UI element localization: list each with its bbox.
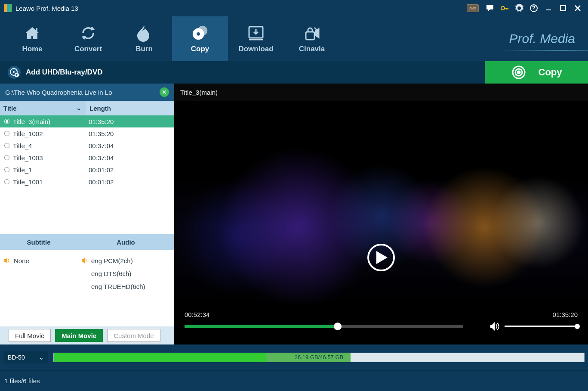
audio-col-header: Audio [77,234,174,250]
title-row[interactable]: Title_100300:37:04 [0,152,174,164]
feedback-icon[interactable] [484,2,496,14]
close-button[interactable] [572,2,584,14]
subtitle-col-header: Subtitle [0,234,77,250]
add-media-button[interactable]: Add UHD/Blu-ray/DVD [0,61,485,84]
nav-label: Cinavia [299,45,325,53]
audio-track[interactable]: eng TRUEHD(6ch) [81,280,174,293]
title-row[interactable]: Title_100:01:02 [0,164,174,176]
key-icon[interactable] [499,2,511,14]
nav-label: Copy [191,45,209,53]
speaker-icon [3,257,11,264]
title-table-header: Title ⌄ Length [0,101,174,115]
radio-icon [4,119,9,124]
title-list: Title_3(main)01:35:20Title_100201:35:20T… [0,115,174,188]
title-name: Title_1 [13,166,89,174]
remove-source-button[interactable]: ✕ [160,87,169,97]
speaker-icon [81,257,89,264]
time-current: 00:52:34 [185,311,209,318]
size-bar: 26.19 GB/46.57 GB [53,353,585,362]
title-name: Title_1002 [13,130,89,137]
nav-download[interactable]: Download [228,16,284,61]
side-panel: G:\The Who Quadrophenia Live in Lo ✕ Tit… [0,84,174,344]
col-length-header[interactable]: Length [86,101,174,115]
time-total: 01:35:20 [553,311,578,318]
radio-icon [4,167,9,172]
nav-cinavia[interactable]: Cinavia [284,16,340,61]
title-name: Title_1001 [13,178,89,186]
volume-icon[interactable] [489,321,500,332]
bottom-bar: BD-50 ⌄ 26.19 GB/46.57 GB [0,344,588,370]
maximize-button[interactable] [557,2,569,14]
seek-handle[interactable] [334,323,342,330]
mode-full-button[interactable]: Full Movie [9,329,51,342]
title-name: Title_1003 [13,154,89,161]
convert-icon [79,24,97,42]
add-disc-icon [8,66,21,79]
title-length: 01:35:20 [89,118,114,125]
video-frame [174,101,588,311]
svg-point-0 [501,6,505,10]
gear-icon[interactable] [513,2,525,14]
title-name: Title_3(main) [13,118,89,125]
title-length: 00:01:02 [89,166,114,174]
toolbar: Add UHD/Blu-ray/DVD Copy [0,61,588,84]
title-name: Title_4 [13,142,89,149]
mode-custom-button[interactable]: Custom Mode [107,329,160,342]
volume-bar[interactable] [505,326,578,327]
download-icon [247,24,265,42]
svg-rect-2 [560,6,566,11]
play-button[interactable] [367,244,395,271]
title-row[interactable]: Title_100100:01:02 [0,176,174,188]
burn-icon [135,24,153,42]
minimize-button[interactable] [542,2,554,14]
radio-icon [4,155,9,160]
title-row[interactable]: Title_400:37:04 [0,140,174,152]
tracks-header: Subtitle Audio [0,234,174,250]
svg-point-10 [13,71,15,73]
audio-track[interactable]: eng PCM(2ch) [81,254,174,267]
main-nav: Home Convert Burn Copy Download Cinavia … [0,16,588,61]
audio-column: eng PCM(2ch)eng DTS(6ch)eng TRUEHD(6ch) [77,254,174,326]
nav-label: Home [22,45,42,53]
hw-badge: AMD [467,4,479,12]
source-path: G:\The Who Quadrophenia Live in Lo [5,89,160,96]
title-list-empty [0,188,174,234]
col-title-header[interactable]: Title ⌄ [0,101,86,115]
add-media-label: Add UHD/Blu-ray/DVD [26,68,103,77]
file-count: 1 files/6 files [4,377,40,385]
audio-track[interactable]: eng DTS(6ch) [81,267,174,280]
player-controls: 00:52:34 01:35:20 [174,311,588,344]
nav-copy[interactable]: Copy [172,16,228,61]
title-row[interactable]: Title_100201:35:20 [0,127,174,140]
video-area[interactable] [174,101,588,311]
subtitle-column: None [0,254,77,326]
volume-handle[interactable] [575,324,580,329]
copy-button-icon [511,65,526,80]
app-title: Leawo Prof. Media 13 [15,5,467,12]
svg-point-6 [197,32,200,36]
title-length: 00:37:04 [89,154,114,161]
titlebar: Leawo Prof. Media 13 AMD [0,0,588,16]
nav-label: Download [238,45,273,53]
disc-type-select[interactable]: BD-50 ⌄ [3,351,48,363]
content-area: G:\The Who Quadrophenia Live in Lo ✕ Tit… [0,84,588,344]
preview-panel: Title_3(main) 00:52:34 01:35:20 [174,84,588,344]
nav-label: Burn [135,45,153,53]
copy-button[interactable]: Copy [485,61,588,84]
copy-icon [191,24,209,42]
mode-main-button[interactable]: Main Movie [55,329,103,342]
help-icon[interactable] [528,2,540,14]
radio-icon [4,131,9,136]
seek-bar[interactable] [185,325,463,328]
nav-burn[interactable]: Burn [116,16,172,61]
subtitle-none[interactable]: None [3,254,77,267]
status-bar: 1 files/6 files [0,370,588,391]
nav-convert[interactable]: Convert [60,16,116,61]
title-length: 00:37:04 [89,142,114,149]
nav-label: Convert [74,45,102,53]
size-text: 26.19 GB/46.57 GB [295,354,343,360]
cinavia-icon [303,24,321,42]
nav-home[interactable]: Home [4,16,60,61]
chevron-down-icon: ⌄ [39,354,44,361]
title-row[interactable]: Title_3(main)01:35:20 [0,115,174,127]
